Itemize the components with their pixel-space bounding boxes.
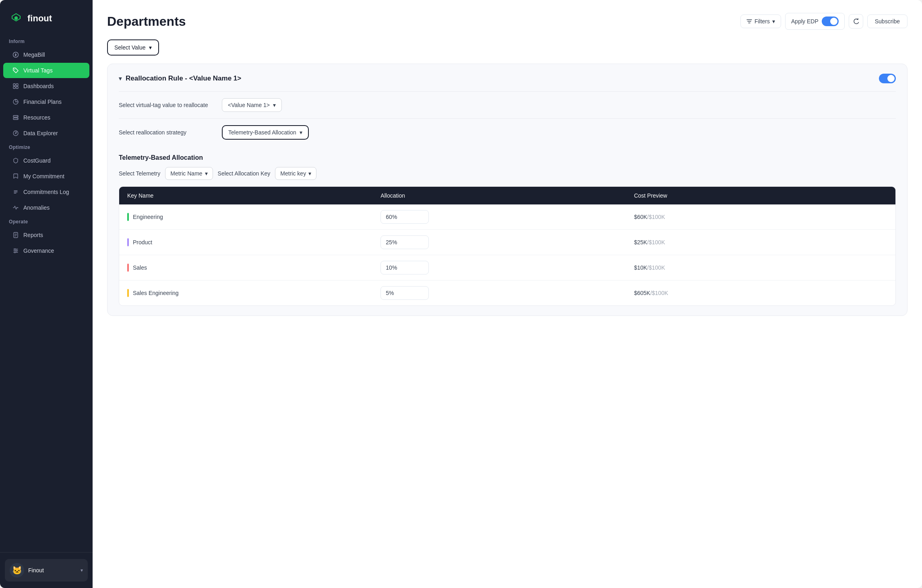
- compass-icon: [12, 130, 19, 137]
- sidebar-section-optimize: Optimize CostGuard My Commitment Commitm…: [0, 141, 93, 216]
- dashboards-label: Dashboards: [23, 83, 54, 89]
- main-content: Departments Filters ▾ Apply EDP Subscrib…: [93, 0, 922, 588]
- sidebar-item-financial-plans[interactable]: Financial Plans: [3, 94, 89, 109]
- sidebar-item-governance[interactable]: Governance: [3, 243, 89, 258]
- filter-icon: [746, 19, 752, 24]
- table-row: Sales $10K/$100K: [119, 255, 895, 280]
- svg-point-14: [16, 250, 17, 252]
- allocation-key-value: Metric key: [280, 170, 306, 177]
- shield-icon: [12, 157, 19, 164]
- svg-rect-5: [13, 87, 15, 89]
- cost-value: $25K: [634, 239, 647, 246]
- select-value-button[interactable]: Select Value ▾: [107, 39, 159, 56]
- allocation-key-chevron-icon: ▾: [308, 170, 311, 177]
- svg-point-2: [14, 69, 15, 70]
- commitments-log-label: Commitments Log: [23, 189, 69, 195]
- allocation-key-select[interactable]: Metric key ▾: [275, 167, 316, 180]
- sidebar-item-anomalies[interactable]: Anomalies: [3, 200, 89, 215]
- filters-button[interactable]: Filters ▾: [740, 14, 781, 28]
- svg-point-10: [17, 118, 18, 119]
- logo-text: finout: [27, 13, 52, 24]
- subscribe-button[interactable]: Subscribe: [867, 14, 908, 28]
- virtual-tag-row: Select virtual-tag value to reallocate <…: [119, 91, 896, 118]
- allocation-key-label: Select Allocation Key: [218, 170, 271, 177]
- sidebar-item-my-commitment[interactable]: My Commitment: [3, 169, 89, 184]
- key-name-text: Sales: [133, 264, 147, 271]
- activity-icon: [12, 204, 19, 211]
- refresh-button[interactable]: [849, 14, 863, 29]
- sidebar-item-dashboards[interactable]: Dashboards: [3, 78, 89, 94]
- svg-rect-6: [16, 87, 18, 89]
- sidebar-item-resources[interactable]: Resources: [3, 110, 89, 125]
- telemetry-title: Telemetry-Based Allocation: [119, 154, 896, 161]
- subscribe-label: Subscribe: [875, 18, 900, 25]
- allocation-input[interactable]: [380, 210, 429, 224]
- key-name-text: Product: [133, 239, 152, 246]
- key-name-text: Sales Engineering: [133, 290, 179, 296]
- allocation-input[interactable]: [380, 286, 429, 300]
- allocation-input[interactable]: [380, 235, 429, 249]
- cost-preview-cell: $605K/$100K: [634, 290, 887, 296]
- key-name-text: Engineering: [133, 214, 163, 220]
- table-row: Product $25K/$100K: [119, 229, 895, 255]
- header-actions: Filters ▾ Apply EDP Subscribe: [740, 13, 908, 30]
- sidebar-item-data-explorer[interactable]: Data Explorer: [3, 126, 89, 141]
- logo-icon: [9, 11, 23, 26]
- megabill-label: MegaBill: [23, 52, 45, 58]
- reallocation-title: ▾ Reallocation Rule - <Value Name 1>: [119, 74, 241, 83]
- cost-total: /$100K: [647, 214, 665, 220]
- select-value-label: Select Value: [114, 44, 146, 51]
- cost-total: /$100K: [647, 264, 665, 271]
- refresh-icon: [853, 18, 859, 25]
- col-key-name: Key Name: [127, 192, 380, 199]
- reallocation-title-text: Reallocation Rule - <Value Name 1>: [126, 74, 241, 83]
- svg-point-15: [14, 252, 16, 253]
- allocation-input[interactable]: [380, 261, 429, 274]
- section-label-optimize: Optimize: [0, 141, 93, 153]
- telemetry-controls: Select Telemetry Metric Name ▾ Select Al…: [119, 167, 896, 180]
- table-header: Key Name Allocation Cost Preview: [119, 187, 895, 204]
- cost-value: $605K: [634, 290, 650, 296]
- user-profile[interactable]: 🐱 Finout ▾: [5, 559, 88, 582]
- cost-preview-cell: $10K/$100K: [634, 264, 887, 271]
- color-indicator: [127, 213, 129, 221]
- reallocation-header: ▾ Reallocation Rule - <Value Name 1>: [119, 74, 896, 83]
- table-body: Engineering $60K/$100K Product $25K/$100…: [119, 204, 895, 305]
- select-telemetry-label: Select Telemetry: [119, 170, 160, 177]
- svg-rect-4: [16, 84, 18, 86]
- collapse-chevron-icon[interactable]: ▾: [119, 75, 122, 82]
- costguard-label: CostGuard: [23, 157, 51, 164]
- strategy-select[interactable]: Telemetry-Based Allocation ▾: [222, 125, 309, 140]
- table-row: Engineering $60K/$100K: [119, 204, 895, 229]
- virtual-tag-label: Select virtual-tag value to reallocate: [119, 102, 215, 108]
- sidebar-item-commitments-log[interactable]: Commitments Log: [3, 184, 89, 200]
- logo-area: finout: [0, 0, 93, 35]
- svg-point-11: [13, 131, 18, 136]
- sidebar-item-virtual-tags[interactable]: Virtual Tags: [3, 63, 89, 78]
- svg-point-13: [14, 249, 16, 250]
- sidebar-item-costguard[interactable]: CostGuard: [3, 153, 89, 168]
- color-indicator: [127, 264, 129, 272]
- governance-label: Governance: [23, 248, 54, 254]
- reallocation-toggle[interactable]: [879, 74, 896, 83]
- sliders-icon: [12, 247, 19, 254]
- sidebar-item-reports[interactable]: Reports: [3, 227, 89, 243]
- key-name-cell: Engineering: [127, 213, 380, 221]
- file-text-icon: [12, 231, 19, 239]
- allocation-cell: [380, 210, 634, 224]
- telemetry-select[interactable]: Metric Name ▾: [165, 167, 213, 180]
- telemetry-chevron-icon: ▾: [205, 170, 208, 177]
- svg-point-9: [17, 116, 18, 117]
- apply-edp-container: Apply EDP: [785, 13, 845, 30]
- sidebar-section-operate: Operate Reports Governance: [0, 216, 93, 259]
- color-indicator: [127, 238, 129, 246]
- cost-preview-cell: $60K/$100K: [634, 214, 887, 220]
- virtual-tag-select[interactable]: <Value Name 1> ▾: [222, 98, 282, 112]
- sidebar-footer: 🐱 Finout ▾: [0, 552, 93, 588]
- pie-chart-icon: [12, 98, 19, 105]
- reallocation-card: ▾ Reallocation Rule - <Value Name 1> Sel…: [107, 64, 908, 316]
- sidebar-item-megabill[interactable]: MegaBill: [3, 47, 89, 62]
- col-allocation: Allocation: [380, 192, 634, 199]
- apply-edp-toggle[interactable]: [822, 17, 839, 26]
- filters-chevron-icon: ▾: [772, 18, 775, 25]
